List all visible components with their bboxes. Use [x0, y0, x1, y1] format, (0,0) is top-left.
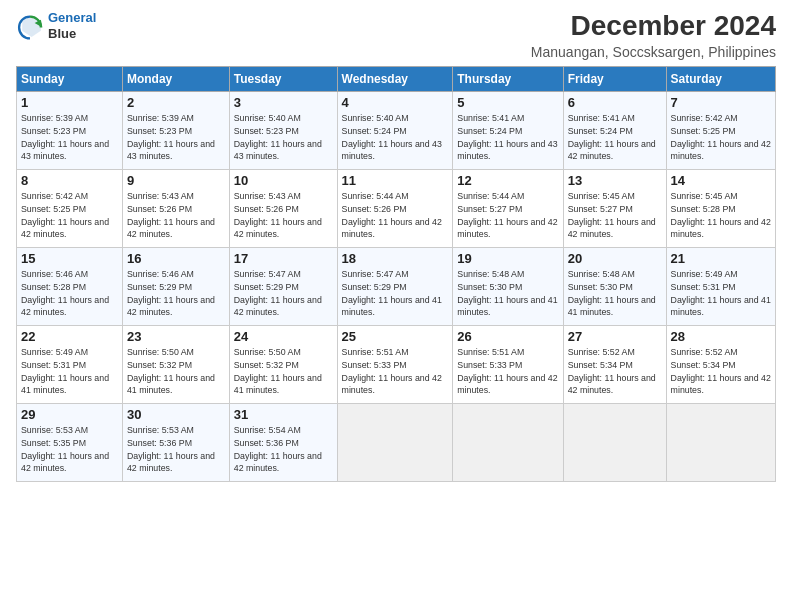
- logo-line2: Blue: [48, 26, 96, 42]
- day-number: 17: [234, 251, 333, 266]
- table-row: 28 Sunrise: 5:52 AM Sunset: 5:34 PM Dayl…: [666, 326, 775, 404]
- day-info: Sunrise: 5:45 AM Sunset: 5:27 PM Dayligh…: [568, 190, 662, 241]
- empty-cell: [666, 404, 775, 482]
- table-row: 31 Sunrise: 5:54 AM Sunset: 5:36 PM Dayl…: [229, 404, 337, 482]
- logo-text: General Blue: [48, 10, 96, 41]
- table-row: 27 Sunrise: 5:52 AM Sunset: 5:34 PM Dayl…: [563, 326, 666, 404]
- table-row: 17 Sunrise: 5:47 AM Sunset: 5:29 PM Dayl…: [229, 248, 337, 326]
- table-row: 6 Sunrise: 5:41 AM Sunset: 5:24 PM Dayli…: [563, 92, 666, 170]
- day-info: Sunrise: 5:44 AM Sunset: 5:27 PM Dayligh…: [457, 190, 558, 241]
- table-row: 26 Sunrise: 5:51 AM Sunset: 5:33 PM Dayl…: [453, 326, 563, 404]
- table-row: 15 Sunrise: 5:46 AM Sunset: 5:28 PM Dayl…: [17, 248, 123, 326]
- day-info: Sunrise: 5:47 AM Sunset: 5:29 PM Dayligh…: [342, 268, 449, 319]
- table-row: 1 Sunrise: 5:39 AM Sunset: 5:23 PM Dayli…: [17, 92, 123, 170]
- day-info: Sunrise: 5:41 AM Sunset: 5:24 PM Dayligh…: [457, 112, 558, 163]
- day-info: Sunrise: 5:54 AM Sunset: 5:36 PM Dayligh…: [234, 424, 333, 475]
- day-number: 10: [234, 173, 333, 188]
- table-row: 13 Sunrise: 5:45 AM Sunset: 5:27 PM Dayl…: [563, 170, 666, 248]
- day-number: 25: [342, 329, 449, 344]
- day-info: Sunrise: 5:43 AM Sunset: 5:26 PM Dayligh…: [127, 190, 225, 241]
- page-subtitle: Manuangan, Soccsksargen, Philippines: [531, 44, 776, 60]
- day-info: Sunrise: 5:52 AM Sunset: 5:34 PM Dayligh…: [568, 346, 662, 397]
- col-tuesday: Tuesday: [229, 67, 337, 92]
- day-number: 5: [457, 95, 558, 110]
- logo-line1: General: [48, 10, 96, 25]
- day-number: 29: [21, 407, 118, 422]
- empty-cell: [337, 404, 453, 482]
- table-row: 23 Sunrise: 5:50 AM Sunset: 5:32 PM Dayl…: [122, 326, 229, 404]
- day-info: Sunrise: 5:52 AM Sunset: 5:34 PM Dayligh…: [671, 346, 771, 397]
- day-number: 20: [568, 251, 662, 266]
- day-info: Sunrise: 5:46 AM Sunset: 5:29 PM Dayligh…: [127, 268, 225, 319]
- day-number: 21: [671, 251, 771, 266]
- day-info: Sunrise: 5:44 AM Sunset: 5:26 PM Dayligh…: [342, 190, 449, 241]
- table-row: 24 Sunrise: 5:50 AM Sunset: 5:32 PM Dayl…: [229, 326, 337, 404]
- table-row: 12 Sunrise: 5:44 AM Sunset: 5:27 PM Dayl…: [453, 170, 563, 248]
- col-wednesday: Wednesday: [337, 67, 453, 92]
- day-number: 12: [457, 173, 558, 188]
- day-number: 4: [342, 95, 449, 110]
- day-number: 22: [21, 329, 118, 344]
- table-row: 14 Sunrise: 5:45 AM Sunset: 5:28 PM Dayl…: [666, 170, 775, 248]
- table-row: 4 Sunrise: 5:40 AM Sunset: 5:24 PM Dayli…: [337, 92, 453, 170]
- day-number: 13: [568, 173, 662, 188]
- day-info: Sunrise: 5:53 AM Sunset: 5:35 PM Dayligh…: [21, 424, 118, 475]
- page-title: December 2024: [531, 10, 776, 42]
- page: General Blue December 2024 Manuangan, So…: [0, 0, 792, 612]
- day-number: 7: [671, 95, 771, 110]
- day-number: 6: [568, 95, 662, 110]
- day-info: Sunrise: 5:50 AM Sunset: 5:32 PM Dayligh…: [234, 346, 333, 397]
- table-row: 22 Sunrise: 5:49 AM Sunset: 5:31 PM Dayl…: [17, 326, 123, 404]
- day-info: Sunrise: 5:41 AM Sunset: 5:24 PM Dayligh…: [568, 112, 662, 163]
- table-row: 30 Sunrise: 5:53 AM Sunset: 5:36 PM Dayl…: [122, 404, 229, 482]
- logo: General Blue: [16, 10, 96, 41]
- day-number: 19: [457, 251, 558, 266]
- day-info: Sunrise: 5:40 AM Sunset: 5:24 PM Dayligh…: [342, 112, 449, 163]
- table-row: 29 Sunrise: 5:53 AM Sunset: 5:35 PM Dayl…: [17, 404, 123, 482]
- day-info: Sunrise: 5:39 AM Sunset: 5:23 PM Dayligh…: [21, 112, 118, 163]
- calendar-table: Sunday Monday Tuesday Wednesday Thursday…: [16, 66, 776, 482]
- table-row: 16 Sunrise: 5:46 AM Sunset: 5:29 PM Dayl…: [122, 248, 229, 326]
- empty-cell: [453, 404, 563, 482]
- table-row: 19 Sunrise: 5:48 AM Sunset: 5:30 PM Dayl…: [453, 248, 563, 326]
- table-row: 7 Sunrise: 5:42 AM Sunset: 5:25 PM Dayli…: [666, 92, 775, 170]
- day-number: 14: [671, 173, 771, 188]
- table-row: 25 Sunrise: 5:51 AM Sunset: 5:33 PM Dayl…: [337, 326, 453, 404]
- day-info: Sunrise: 5:40 AM Sunset: 5:23 PM Dayligh…: [234, 112, 333, 163]
- day-number: 27: [568, 329, 662, 344]
- calendar-week-row: 1 Sunrise: 5:39 AM Sunset: 5:23 PM Dayli…: [17, 92, 776, 170]
- day-number: 23: [127, 329, 225, 344]
- day-number: 30: [127, 407, 225, 422]
- day-info: Sunrise: 5:53 AM Sunset: 5:36 PM Dayligh…: [127, 424, 225, 475]
- day-info: Sunrise: 5:51 AM Sunset: 5:33 PM Dayligh…: [342, 346, 449, 397]
- table-row: 3 Sunrise: 5:40 AM Sunset: 5:23 PM Dayli…: [229, 92, 337, 170]
- day-number: 11: [342, 173, 449, 188]
- table-row: 20 Sunrise: 5:48 AM Sunset: 5:30 PM Dayl…: [563, 248, 666, 326]
- day-number: 9: [127, 173, 225, 188]
- title-block: December 2024 Manuangan, Soccsksargen, P…: [531, 10, 776, 60]
- day-number: 24: [234, 329, 333, 344]
- day-info: Sunrise: 5:45 AM Sunset: 5:28 PM Dayligh…: [671, 190, 771, 241]
- calendar-week-row: 15 Sunrise: 5:46 AM Sunset: 5:28 PM Dayl…: [17, 248, 776, 326]
- day-info: Sunrise: 5:51 AM Sunset: 5:33 PM Dayligh…: [457, 346, 558, 397]
- col-sunday: Sunday: [17, 67, 123, 92]
- day-number: 18: [342, 251, 449, 266]
- day-info: Sunrise: 5:46 AM Sunset: 5:28 PM Dayligh…: [21, 268, 118, 319]
- header: General Blue December 2024 Manuangan, So…: [16, 10, 776, 60]
- day-number: 31: [234, 407, 333, 422]
- day-number: 1: [21, 95, 118, 110]
- table-row: 18 Sunrise: 5:47 AM Sunset: 5:29 PM Dayl…: [337, 248, 453, 326]
- col-thursday: Thursday: [453, 67, 563, 92]
- table-row: 2 Sunrise: 5:39 AM Sunset: 5:23 PM Dayli…: [122, 92, 229, 170]
- col-monday: Monday: [122, 67, 229, 92]
- day-info: Sunrise: 5:48 AM Sunset: 5:30 PM Dayligh…: [457, 268, 558, 319]
- day-info: Sunrise: 5:42 AM Sunset: 5:25 PM Dayligh…: [21, 190, 118, 241]
- day-info: Sunrise: 5:48 AM Sunset: 5:30 PM Dayligh…: [568, 268, 662, 319]
- calendar-week-row: 22 Sunrise: 5:49 AM Sunset: 5:31 PM Dayl…: [17, 326, 776, 404]
- day-info: Sunrise: 5:42 AM Sunset: 5:25 PM Dayligh…: [671, 112, 771, 163]
- table-row: 8 Sunrise: 5:42 AM Sunset: 5:25 PM Dayli…: [17, 170, 123, 248]
- day-info: Sunrise: 5:47 AM Sunset: 5:29 PM Dayligh…: [234, 268, 333, 319]
- calendar-header-row: Sunday Monday Tuesday Wednesday Thursday…: [17, 67, 776, 92]
- day-number: 26: [457, 329, 558, 344]
- day-number: 15: [21, 251, 118, 266]
